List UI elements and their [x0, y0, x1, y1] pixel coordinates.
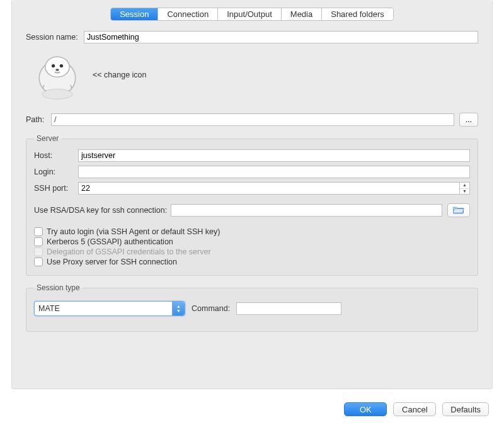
tab-bar: Session Connection Input/Output Media Sh…	[110, 8, 394, 21]
session-icon-row: << change icon	[32, 50, 478, 100]
path-browse-button[interactable]: ...	[459, 113, 478, 127]
kerberos-checkbox[interactable]	[34, 237, 43, 246]
session-type-select[interactable]: MATE ▲▼	[34, 301, 185, 316]
dialog-inner-panel: Session Connection Input/Output Media Sh…	[11, 0, 493, 389]
ssh-port-label: SSH port:	[34, 184, 78, 193]
kerberos-row[interactable]: Kerberos 5 (GSSAPI) authentication	[34, 237, 470, 246]
path-label: Path:	[26, 115, 51, 124]
tab-bar-container: Session Connection Input/Output Media Sh…	[12, 8, 492, 21]
host-row: Host:	[34, 149, 470, 162]
tab-media[interactable]: Media	[282, 8, 322, 20]
change-icon-label[interactable]: << change icon	[93, 71, 147, 79]
svg-point-4	[60, 64, 63, 67]
auto-login-checkbox[interactable]	[34, 227, 43, 236]
rsa-key-row: Use RSA/DSA key for ssh connection:	[34, 203, 470, 217]
svg-point-1	[42, 89, 72, 99]
command-label: Command:	[192, 304, 230, 313]
cancel-button[interactable]: Cancel	[393, 402, 436, 416]
use-proxy-row[interactable]: Use Proxy server for SSH connection	[34, 258, 470, 266]
rsa-key-input[interactable]	[171, 204, 442, 217]
login-input[interactable]	[78, 166, 470, 178]
defaults-button[interactable]: Defaults	[442, 402, 489, 416]
chevron-up-icon[interactable]: ▲	[460, 183, 469, 189]
kerberos-label: Kerberos 5 (GSSAPI) authentication	[47, 237, 173, 246]
ssh-port-input[interactable]	[78, 182, 460, 195]
select-updown-icon[interactable]: ▲▼	[172, 302, 185, 315]
session-tab-body: Session name:	[12, 27, 492, 344]
chevron-down-icon[interactable]: ▼	[460, 189, 469, 195]
rsa-key-label: Use RSA/DSA key for ssh connection:	[34, 206, 167, 215]
session-type-legend: Session type	[34, 283, 83, 292]
folder-open-icon	[453, 205, 464, 216]
svg-point-2	[45, 57, 69, 77]
session-name-input[interactable]	[84, 31, 478, 43]
session-seal-icon[interactable]	[32, 50, 83, 100]
use-proxy-checkbox[interactable]	[34, 258, 43, 266]
ssh-port-stepper[interactable]: ▲ ▼	[460, 182, 470, 195]
ssh-port-spinner[interactable]: ▲ ▼	[78, 182, 470, 195]
tab-input-output[interactable]: Input/Output	[218, 8, 282, 20]
session-preferences-window: Session Connection Input/Output Media Sh…	[0, 0, 504, 425]
host-label: Host:	[34, 151, 78, 160]
host-input[interactable]	[78, 149, 470, 162]
ssh-port-row: SSH port: ▲ ▼	[34, 182, 470, 195]
path-row: Path: ...	[26, 113, 478, 127]
delegation-checkbox	[34, 247, 43, 256]
delegation-label: Delegation of GSSAPI credentials to the …	[47, 247, 211, 256]
login-row: Login:	[34, 166, 470, 178]
use-proxy-label: Use Proxy server for SSH connection	[47, 258, 177, 266]
login-label: Login:	[34, 167, 78, 176]
server-group: Server Host: Login: SSH port: ▲ ▼	[26, 134, 478, 276]
ok-button[interactable]: OK	[344, 402, 387, 416]
tab-session[interactable]: Session	[111, 8, 158, 20]
delegation-row: Delegation of GSSAPI credentials to the …	[34, 247, 470, 256]
auto-login-label: Try auto login (via SSH Agent or default…	[47, 227, 220, 236]
dialog-button-bar: OK Cancel Defaults	[344, 402, 489, 416]
session-type-row: MATE ▲▼ Command:	[34, 301, 470, 316]
rsa-key-browse-button[interactable]	[447, 203, 470, 217]
tab-connection[interactable]: Connection	[158, 8, 218, 20]
svg-point-3	[52, 64, 55, 67]
session-type-value: MATE	[38, 304, 60, 313]
auto-login-row[interactable]: Try auto login (via SSH Agent or default…	[34, 227, 470, 236]
tab-shared-folders[interactable]: Shared folders	[322, 8, 393, 20]
server-group-legend: Server	[34, 134, 61, 143]
path-input	[51, 113, 454, 126]
session-name-row: Session name:	[26, 31, 478, 43]
session-name-label: Session name:	[26, 33, 84, 42]
session-type-group: Session type MATE ▲▼ Command:	[26, 283, 478, 332]
svg-point-5	[55, 69, 59, 71]
command-input[interactable]	[236, 302, 341, 315]
